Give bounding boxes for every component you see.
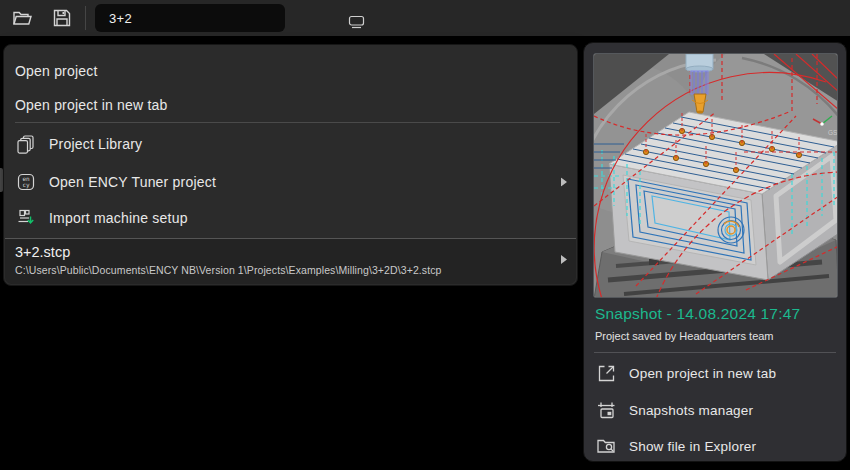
snapshot-title: Snapshot - 14.08.2024 17:47 bbox=[595, 305, 800, 323]
menu-item-label: Import machine setup bbox=[49, 210, 188, 226]
import-machine-icon bbox=[15, 207, 37, 229]
panel-action-label: Open project in new tab bbox=[629, 366, 776, 381]
snapshots-manager-icon bbox=[595, 399, 617, 421]
menu-item-import-machine-setup[interactable]: Import machine setup bbox=[5, 201, 576, 235]
top-toolbar: 3+2 bbox=[0, 0, 850, 36]
panel-action-snapshots-manager[interactable]: Snapshots manager bbox=[585, 392, 845, 428]
panel-action-open-new-tab[interactable]: Open project in new tab bbox=[585, 355, 845, 391]
menu-item-label: Open project in new tab bbox=[15, 97, 167, 113]
save-icon[interactable] bbox=[51, 7, 73, 29]
svg-text:cy: cy bbox=[22, 181, 30, 189]
open-folder-icon[interactable] bbox=[11, 7, 33, 29]
show-in-explorer-icon bbox=[595, 435, 617, 457]
svg-text:GS: GS bbox=[828, 129, 838, 136]
open-new-tab-icon bbox=[595, 362, 617, 384]
document-tab-label: 3+2 bbox=[109, 11, 132, 26]
submenu-arrow-icon bbox=[561, 255, 567, 264]
snapshot-panel: GS Snapshot - 14.08.2024 17:47 Project s… bbox=[583, 42, 847, 462]
recent-file-name: 3+2.stcp bbox=[15, 244, 576, 260]
menu-item-open-project-new-tab[interactable]: Open project in new tab bbox=[5, 88, 576, 121]
panel-divider bbox=[594, 352, 836, 353]
recent-file-path: C:\Users\Public\Documents\ENCY NB\Versio… bbox=[15, 264, 576, 276]
menu-item-project-library[interactable]: Project Library bbox=[5, 127, 576, 161]
app-window: 3+2 Open project Open project in new tab bbox=[0, 0, 850, 470]
project-library-icon bbox=[15, 133, 37, 155]
menu-divider bbox=[15, 122, 560, 123]
document-tab[interactable]: 3+2 bbox=[95, 4, 285, 32]
menu-item-open-project[interactable]: Open project bbox=[5, 54, 576, 87]
monitor-icon bbox=[348, 15, 365, 29]
menu-item-label: Open ENCY Tuner project bbox=[49, 174, 216, 190]
snapshot-subtitle: Project saved by Headquarters team bbox=[595, 330, 774, 342]
toolbar-separator bbox=[85, 6, 86, 30]
menu-item-label: Open project bbox=[15, 63, 98, 79]
panel-action-label: Snapshots manager bbox=[629, 403, 753, 418]
menu-item-label: Project Library bbox=[49, 136, 142, 152]
recent-file-item[interactable]: 3+2.stcp C:\Users\Public\Documents\ENCY … bbox=[5, 238, 576, 284]
snapshot-preview-image: GS bbox=[593, 53, 838, 298]
submenu-arrow-icon bbox=[561, 178, 567, 187]
ency-tuner-icon: en cy bbox=[15, 171, 37, 193]
menu-item-open-ency-tuner[interactable]: en cy Open ENCY Tuner project bbox=[5, 165, 576, 199]
file-menu: Open project Open project in new tab Pro… bbox=[3, 44, 578, 286]
panel-action-label: Show file in Explorer bbox=[629, 439, 756, 454]
panel-action-show-in-explorer[interactable]: Show file in Explorer bbox=[585, 428, 845, 464]
